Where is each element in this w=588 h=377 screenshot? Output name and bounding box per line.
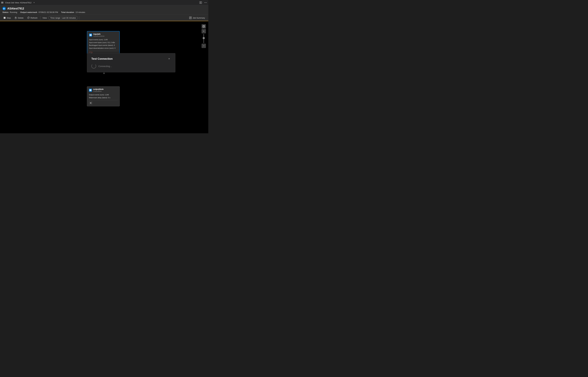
output-node[interactable]: outputblob OutputBlob Output events (sum… (87, 86, 120, 106)
svg-line-19 (90, 103, 91, 103)
refresh-button[interactable]: Refresh (26, 16, 39, 20)
popup-content: Connecting... (91, 64, 171, 69)
tab-title: Cloud Job View: ASAtest7912 × (5, 1, 199, 4)
svg-rect-5 (4, 17, 5, 19)
status-label: Status (2, 11, 9, 13)
more-actions-button[interactable] (204, 1, 207, 4)
job-meta: Status Running Output watermark 07/06/21… (2, 11, 206, 13)
toolbar-right: Job Summary (188, 16, 207, 20)
svg-rect-6 (15, 17, 16, 19)
popup-title: Test Connection (91, 57, 113, 60)
output-test-connection-button[interactable] (89, 101, 92, 105)
hamburger-icon[interactable] (1, 2, 3, 3)
duration-label: Total duration (61, 11, 74, 13)
stop-label: Stop (7, 17, 11, 19)
watermark-label: Output watermark (20, 11, 37, 13)
svg-rect-22 (203, 26, 204, 27)
connecting-spinner (91, 64, 96, 69)
stat-deser-errors: Input deserialization errors (sum): 0 (89, 47, 118, 50)
job-summary-button[interactable]: Job Summary (188, 16, 207, 20)
stop-button[interactable]: Stop (2, 16, 12, 20)
stat-input-events: Input events (sum): 1149 (89, 38, 118, 41)
test-connection-dialog: Test Connection × Connecting... (87, 53, 175, 72)
watermark-value: 07/06/21 02:58:08 PM (38, 11, 58, 13)
input-node-stats: Input events (sum): 1149 Input event byt… (89, 38, 118, 50)
stat-input-bytes: Input event bytes (sum): 511.2 kBs (89, 41, 118, 44)
delete-label: Delete (18, 17, 24, 19)
zoom-out-button[interactable]: − (202, 44, 206, 48)
input-node-title: inputeh (93, 33, 104, 35)
job-title: ASAtest7912 (7, 7, 24, 10)
zoom-slider[interactable] (203, 34, 204, 43)
duration-value: 13 minutes (75, 11, 85, 13)
output-node-title: outputblob (93, 88, 104, 90)
job-summary-label: Job Summary (193, 17, 205, 19)
svg-point-16 (90, 103, 90, 103)
menu-icon[interactable] (1, 2, 3, 3)
toolbar: Stop Delete Refresh View Time range : La… (0, 15, 208, 21)
svg-point-2 (205, 2, 205, 3)
toolbar-separator-2 (79, 16, 79, 20)
time-range-label: Time range : Last 30 minutes (50, 17, 76, 19)
svg-line-20 (90, 103, 91, 103)
zoom-in-button[interactable]: + (202, 29, 206, 33)
svg-point-17 (91, 102, 91, 103)
refresh-label: Refresh (30, 17, 37, 19)
output-node-footer (89, 100, 118, 105)
connecting-status: Connecting... (98, 65, 112, 68)
job-status-icon: ▶ (2, 7, 6, 10)
split-editor-button[interactable] (199, 1, 202, 4)
output-node-icon (89, 89, 92, 92)
output-node-stats: Output events (sum): 1148 Watermark dela… (89, 93, 118, 99)
title-text: Cloud Job View: ASAtest7912 (5, 1, 32, 4)
tab-close-button[interactable]: × (33, 1, 36, 4)
popup-close-button[interactable]: × (167, 57, 171, 61)
time-range-button[interactable]: Time range : Last 30 minutes (48, 16, 78, 20)
toolbar-separator (40, 16, 40, 20)
stat-watermark-delay: Watermark delay (latest): 0 s (89, 96, 118, 99)
svg-rect-0 (200, 1, 200, 4)
stat-output-events: Output events (sum): 1148 (89, 93, 118, 96)
output-node-header: outputblob OutputBlob (89, 88, 118, 92)
title-bar: Cloud Job View: ASAtest7912 × (0, 0, 208, 5)
stat-backlogged: Backlogged input events (latest): 0 (89, 44, 118, 47)
svg-point-4 (206, 2, 207, 3)
delete-button[interactable]: Delete (13, 16, 25, 20)
zoom-fit-button[interactable] (202, 24, 206, 28)
input-node-header: inputeh InputEventHub (89, 33, 118, 37)
svg-point-3 (205, 2, 206, 3)
input-node-subtitle: InputEventHub (93, 35, 104, 37)
zoom-slider-thumb[interactable] (203, 37, 205, 39)
status-value: Running (10, 11, 17, 13)
zoom-controls: + − (202, 24, 206, 48)
connector-arrow (103, 73, 105, 74)
input-node-icon (89, 34, 92, 36)
title-bar-actions (199, 1, 207, 4)
svg-rect-1 (201, 1, 202, 4)
diagram-canvas[interactable]: inputeh InputEventHub Input events (sum)… (0, 21, 208, 133)
output-node-subtitle: OutputBlob (93, 90, 104, 92)
job-header: ▶ ASAtest7912 Status Running Output wate… (0, 5, 208, 15)
view-label: View (42, 16, 48, 20)
popup-header: Test Connection × (91, 57, 171, 61)
svg-point-18 (91, 103, 91, 104)
